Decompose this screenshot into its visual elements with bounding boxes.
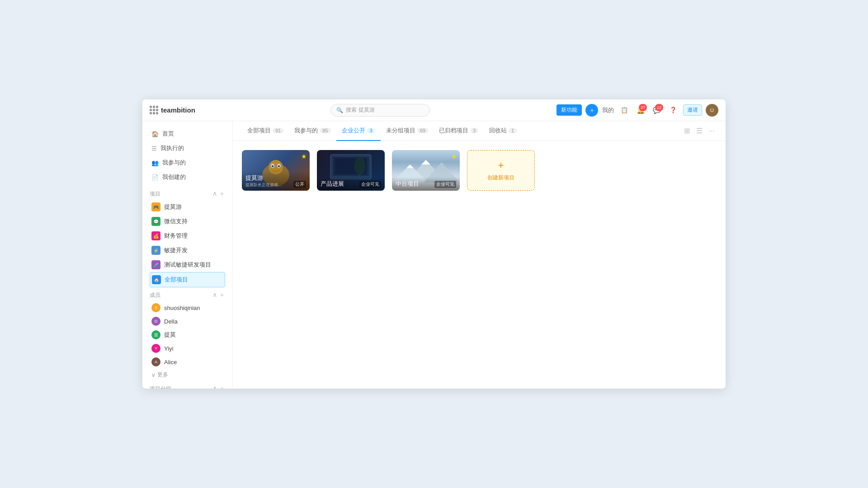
game-card-name: 提莫游 bbox=[245, 174, 282, 182]
svg-marker-15 bbox=[406, 164, 414, 168]
member-label-della: Della bbox=[164, 318, 178, 325]
projects-section: 项目 ∧ ＋ 🎮 提莫游 💬 微信支持 bbox=[142, 190, 232, 287]
project-label-all: 全部项目 bbox=[165, 276, 188, 284]
tab-archived[interactable]: 已归档项目 3 bbox=[434, 121, 484, 141]
new-func-button[interactable]: 新功能 bbox=[557, 104, 582, 116]
sidebar-item-home[interactable]: 🏠 首页 bbox=[142, 127, 232, 141]
notification-badge-2: 12 bbox=[655, 104, 663, 111]
more-actions-button[interactable]: ··· bbox=[707, 125, 717, 137]
document-icon-button[interactable]: 📋 bbox=[618, 104, 631, 117]
sidebar-project-finance[interactable]: 💰 财务管理 bbox=[150, 229, 225, 243]
game-card-tag: 公开 bbox=[293, 181, 306, 188]
sidebar-label-participating: 我参与的 bbox=[162, 159, 186, 167]
grid-icon[interactable] bbox=[150, 106, 158, 114]
members-section-label: 成员 bbox=[150, 291, 160, 299]
notification-button-2[interactable]: 💬 12 bbox=[651, 104, 663, 117]
sidebar-project-test-agile[interactable]: 🧪 测试敏捷研发项目 bbox=[150, 258, 225, 272]
invite-button[interactable]: 邀请 bbox=[683, 104, 702, 116]
user-avatar[interactable]: U bbox=[706, 104, 718, 117]
sidebar-project-timo[interactable]: 🎮 提莫游 bbox=[150, 200, 225, 214]
member-yiyi[interactable]: Y Yiyi bbox=[150, 342, 225, 355]
projects-section-header: 项目 ∧ ＋ bbox=[150, 190, 225, 198]
add-icon-button[interactable]: ＋ bbox=[585, 104, 598, 117]
tab-public-count: 3 bbox=[367, 128, 375, 133]
tab-unclassified-label: 未分组项目 bbox=[386, 127, 415, 135]
tab-participating[interactable]: 我参与的 85 bbox=[289, 121, 336, 141]
app-window: teambition 🔍 搜索 提莫游 新功能 ＋ 我的 📋 🔔 37 bbox=[142, 99, 726, 389]
sidebar-item-created[interactable]: 📄 我创建的 bbox=[142, 170, 232, 184]
member-label-shuoshiqinian: shuoshiqinian bbox=[164, 305, 200, 311]
app-title: teambition bbox=[161, 106, 195, 114]
filter-button[interactable]: ☰ bbox=[694, 125, 704, 137]
create-plus-icon: + bbox=[498, 160, 504, 171]
members-section: 成员 ∧ ＋ S shuoshiqinian D Della bbox=[142, 291, 232, 381]
svg-marker-14 bbox=[421, 160, 430, 164]
tab-all-count: 91 bbox=[273, 128, 283, 133]
sidebar-project-wechat[interactable]: 💬 微信支持 bbox=[150, 214, 225, 229]
sidebar: 🏠 首页 ☰ 我执行的 👥 我参与的 📄 我创建的 项目 ∧ bbox=[142, 121, 233, 389]
members-add-icon[interactable]: ＋ bbox=[219, 291, 225, 299]
projects-add-icon[interactable]: ＋ bbox=[219, 190, 225, 198]
members-section-actions: ∧ ＋ bbox=[212, 291, 225, 299]
tab-recycle-count: 1 bbox=[509, 128, 517, 133]
search-icon: 🔍 bbox=[336, 107, 343, 113]
groups-add-icon[interactable]: ＋ bbox=[219, 385, 225, 389]
project-groups-section-header: 项目分组 ∧ ＋ bbox=[150, 385, 225, 389]
project-card-timoyou[interactable]: ★ 提莫游 提莫队长正在游戏… 公开 bbox=[242, 150, 310, 191]
sidebar-label-created: 我创建的 bbox=[162, 173, 186, 181]
help-button[interactable]: ❓ bbox=[667, 104, 679, 117]
project-avatar-timo: 🎮 bbox=[151, 202, 160, 211]
members-more-button[interactable]: ∨ 更多 bbox=[150, 369, 225, 381]
project-avatar-finance: 💰 bbox=[151, 231, 160, 240]
game-card-desc: 提莫队长正在游戏… bbox=[245, 182, 282, 188]
header: teambition 🔍 搜索 提莫游 新功能 ＋ 我的 📋 🔔 37 bbox=[142, 99, 726, 121]
members-collapse-icon[interactable]: ∧ bbox=[212, 291, 217, 299]
content-area: 全部项目 91 我参与的 85 企业公开 3 未分组项目 69 已归档项目 bbox=[233, 121, 726, 389]
create-project-card[interactable]: + 创建新项目 bbox=[467, 150, 535, 191]
project-label-wechat: 微信支持 bbox=[164, 217, 188, 225]
tab-public-label: 企业公开 bbox=[342, 127, 365, 135]
groups-collapse-icon[interactable]: ∧ bbox=[212, 385, 217, 389]
member-alice[interactable]: A Alice bbox=[150, 355, 225, 369]
chevron-down-icon: ∨ bbox=[151, 372, 156, 378]
project-label-test-agile: 测试敏捷研发项目 bbox=[164, 261, 211, 269]
tab-participating-count: 85 bbox=[320, 128, 330, 133]
sidebar-project-agile[interactable]: ⚡ 敏捷开发 bbox=[150, 243, 225, 258]
notification-badge-1: 37 bbox=[639, 104, 647, 111]
tab-actions: ⊞ ☰ ··· bbox=[682, 125, 717, 137]
member-label-timo: 提莫 bbox=[164, 331, 176, 339]
tab-unclassified[interactable]: 未分组项目 69 bbox=[381, 121, 434, 141]
member-della[interactable]: D Della bbox=[150, 314, 225, 328]
sidebar-project-all[interactable]: 🏠 全部项目 bbox=[150, 272, 225, 287]
sidebar-item-participating[interactable]: 👥 我参与的 bbox=[142, 155, 232, 170]
content-tabs: 全部项目 91 我参与的 85 企业公开 3 未分组项目 69 已归档项目 bbox=[233, 121, 726, 141]
tab-public[interactable]: 企业公开 3 bbox=[336, 121, 381, 141]
project-label-agile: 敏捷开发 bbox=[164, 246, 188, 254]
svg-point-9 bbox=[354, 157, 365, 175]
header-actions: 新功能 ＋ 我的 📋 🔔 37 💬 12 ❓ 邀请 U bbox=[557, 104, 718, 117]
svg-point-4 bbox=[272, 165, 274, 167]
my-button[interactable]: 我的 bbox=[602, 104, 614, 117]
project-groups-actions: ∧ ＋ bbox=[212, 385, 225, 389]
sidebar-item-executing[interactable]: ☰ 我执行的 bbox=[142, 141, 232, 155]
project-card-product[interactable]: 产品进展 企业可见 bbox=[317, 150, 385, 191]
project-card-midplatform[interactable]: ★ 中台项目 企业可见 bbox=[392, 150, 460, 191]
notification-button-1[interactable]: 🔔 37 bbox=[634, 104, 647, 117]
projects-section-actions: ∧ ＋ bbox=[212, 190, 225, 198]
member-avatar-alice: A bbox=[151, 357, 160, 366]
projects-grid: ★ 提莫游 提莫队长正在游戏… 公开 bbox=[233, 141, 726, 200]
search-box[interactable]: 🔍 搜索 提莫游 bbox=[330, 104, 430, 117]
projects-section-label: 项目 bbox=[150, 190, 160, 198]
tab-archived-label: 已归档项目 bbox=[439, 127, 468, 135]
tab-all-projects[interactable]: 全部项目 91 bbox=[242, 121, 289, 141]
grid-view-button[interactable]: ⊞ bbox=[682, 125, 692, 137]
projects-collapse-icon[interactable]: ∧ bbox=[212, 190, 217, 198]
document-icon: 📋 bbox=[621, 107, 628, 113]
member-shuoshiqinian[interactable]: S shuoshiqinian bbox=[150, 301, 225, 314]
member-timo[interactable]: 提 提莫 bbox=[150, 328, 225, 342]
tab-recycle[interactable]: 回收站 1 bbox=[484, 121, 522, 141]
project-avatar-agile: ⚡ bbox=[151, 246, 160, 255]
header-search-area: 🔍 搜索 提莫游 bbox=[204, 104, 557, 117]
help-icon: ❓ bbox=[670, 107, 677, 113]
member-label-alice: Alice bbox=[164, 359, 177, 366]
